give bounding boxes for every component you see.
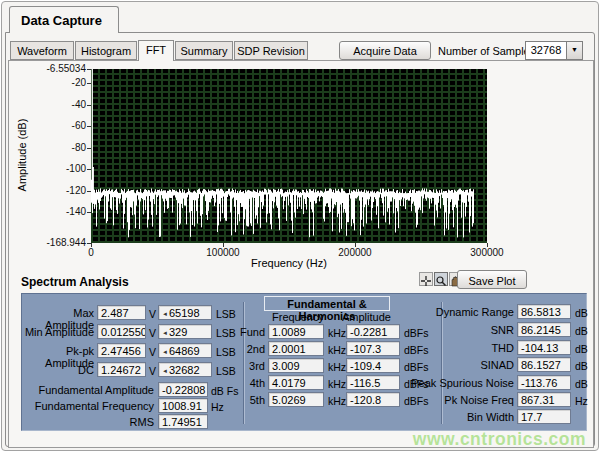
- min-amplitude-lsb-field[interactable]: ◄329: [158, 324, 212, 339]
- dynamic-range-label: Dynamic Range: [384, 306, 514, 318]
- x-axis-title: Frequency (Hz): [209, 257, 369, 269]
- y-tick-mark: [87, 212, 91, 213]
- y-tick-label: -120: [9, 185, 86, 196]
- snr-label: SNR: [384, 324, 514, 336]
- harm-freq-unit: kHz: [328, 327, 346, 339]
- zoom-tool-button[interactable]: [434, 272, 448, 286]
- harm-row-label: 2nd: [235, 343, 265, 355]
- harm-4th-freq-field[interactable]: 4.0179: [268, 375, 324, 390]
- min-amplitude-volts-unit: V: [149, 327, 156, 339]
- dc-lsb-field[interactable]: ◄32682: [158, 362, 212, 377]
- pkpk-amplitude-volts-unit: V: [149, 346, 156, 358]
- pk-noise-freq-unit: Hz: [575, 395, 588, 407]
- overflow-arrow-icon: ◄: [162, 368, 168, 374]
- peak-spurious-noise-field[interactable]: -113.76: [517, 375, 571, 390]
- tab-fft[interactable]: FFT: [138, 40, 174, 61]
- x-tick-mark: [487, 243, 488, 247]
- x-tick-label: 0: [61, 247, 121, 258]
- pk-noise-freq-field[interactable]: 867.31: [517, 392, 571, 407]
- min-amplitude-volts-field[interactable]: 0.012550·: [97, 324, 146, 339]
- y-tick-label: -140: [9, 206, 86, 217]
- bin-width-label: Bin Width: [384, 411, 514, 423]
- fft-plot[interactable]: [91, 69, 487, 243]
- harm-freq-unit: kHz: [328, 361, 346, 373]
- thd-label: THD: [384, 342, 514, 354]
- pkpk-amplitude-volts-field[interactable]: 2.47456: [97, 343, 146, 358]
- dynamic-range-field[interactable]: 86.5813: [517, 304, 571, 319]
- number-of-samples-label: Number of Samples: [438, 45, 535, 57]
- snr-field[interactable]: 86.2145: [517, 322, 571, 337]
- harmonics-title: Fundamental & Harmonics: [264, 296, 390, 311]
- overflow-arrow-icon: ◄: [162, 349, 168, 355]
- harmonics-freq-header: Frequency: [272, 311, 324, 323]
- dc-lsb-unit: LSB: [216, 365, 236, 377]
- y-tick-mark: [87, 169, 91, 170]
- fft-trace: [91, 69, 487, 243]
- fundamental-frequency-label: Fundamental Frequency: [32, 400, 154, 412]
- y-tick-label: -80: [9, 142, 86, 153]
- y-tick-mark: [87, 69, 91, 70]
- fft-tab-content: Amplitude (dB) -6.55034-20-40-60-80-100-…: [8, 60, 594, 448]
- data-capture-window: Data Capture Waveform Histogram FFT Summ…: [1, 1, 599, 451]
- sinad-unit: dB: [575, 360, 588, 372]
- harm-freq-unit: kHz: [328, 395, 346, 407]
- spectrum-analysis-heading: Spectrum Analysis: [21, 275, 129, 289]
- crosshair-tool-button[interactable]: [419, 272, 433, 286]
- page-tab-data-capture[interactable]: Data Capture: [9, 6, 119, 33]
- max-amplitude-volts-field[interactable]: 2.487: [97, 305, 146, 320]
- chevron-down-icon: ▼: [571, 46, 578, 53]
- fundamental-amplitude-field[interactable]: -0.22808: [158, 382, 208, 397]
- x-tick-mark: [223, 243, 224, 247]
- y-tick-mark: [87, 148, 91, 149]
- data-capture-page: Waveform Histogram FFT Summary SDP Revis…: [5, 32, 595, 447]
- x-tick-mark: [91, 243, 92, 247]
- tab-sdp-revision[interactable]: SDP Revision: [234, 41, 308, 60]
- thd-field[interactable]: -104.13: [517, 340, 571, 355]
- peak-spurious-noise-unit: dB: [575, 378, 588, 390]
- dynamic-range-unit: dB: [575, 307, 588, 319]
- bin-width-field[interactable]: 17.7: [517, 409, 571, 424]
- harm-3rd-freq-field[interactable]: 3.009: [268, 358, 324, 373]
- harm-freq-unit: kHz: [328, 378, 346, 390]
- magnifier-icon: [435, 275, 447, 287]
- overflow-arrow-icon: ◄: [162, 330, 168, 336]
- x-tick-mark: [355, 243, 356, 247]
- snr-unit: dB: [575, 325, 588, 337]
- sinad-field[interactable]: 86.1527: [517, 357, 571, 372]
- y-tick-label: -6.55034: [9, 63, 86, 74]
- max-amplitude-lsb-unit: LSB: [216, 308, 236, 320]
- harm-fund-freq-field[interactable]: 1.0089: [268, 324, 324, 339]
- tab-summary[interactable]: Summary: [175, 41, 233, 60]
- pkpk-amplitude-lsb-unit: LSB: [216, 346, 236, 358]
- rms-field[interactable]: 1.74951: [158, 414, 208, 429]
- number-of-samples-value[interactable]: 32768: [525, 41, 567, 60]
- pkpk-amplitude-lsb-field[interactable]: ◄64869: [158, 343, 212, 358]
- x-tick-label: 300000: [457, 247, 517, 258]
- spectrum-panel: Max Amplitude 2.487 V ◄65198 LSB Min Amp…: [21, 293, 587, 431]
- min-amplitude-label: Min Amplitude: [22, 326, 94, 338]
- watermark: www.cntronics.com: [413, 429, 586, 450]
- sinad-label: SINAD: [384, 359, 514, 371]
- fundamental-amplitude-label: Fundamental Amplitude: [32, 384, 154, 396]
- save-plot-button[interactable]: Save Plot: [457, 270, 527, 289]
- y-tick-label: -100: [9, 163, 86, 174]
- fundamental-frequency-unit: Hz: [211, 401, 224, 413]
- harm-5th-freq-field[interactable]: 5.0269: [268, 392, 324, 407]
- crosshair-icon: [420, 275, 432, 287]
- y-tick-label: -40: [9, 99, 86, 110]
- y-tick-mark: [87, 126, 91, 127]
- harm-freq-unit: kHz: [328, 344, 346, 356]
- tab-waveform[interactable]: Waveform: [10, 41, 74, 60]
- tab-histogram[interactable]: Histogram: [75, 41, 137, 60]
- dc-volts-field[interactable]: 1.24672: [97, 362, 146, 377]
- number-of-samples-dropdown-button[interactable]: ▼: [566, 41, 583, 60]
- harm-2nd-freq-field[interactable]: 2.0001: [268, 341, 324, 356]
- acquire-data-button[interactable]: Acquire Data: [339, 41, 431, 60]
- peak-spurious-noise-label: Peak Spurious Noise: [384, 377, 514, 389]
- overflow-arrow-icon: ◄: [162, 311, 168, 317]
- fundamental-frequency-field[interactable]: 1008.91: [158, 398, 208, 413]
- max-amplitude-lsb-field[interactable]: ◄65198: [158, 305, 212, 320]
- y-tick-mark: [87, 105, 91, 106]
- harm-row-label: Fund: [235, 326, 265, 338]
- rms-label: RMS: [32, 416, 154, 428]
